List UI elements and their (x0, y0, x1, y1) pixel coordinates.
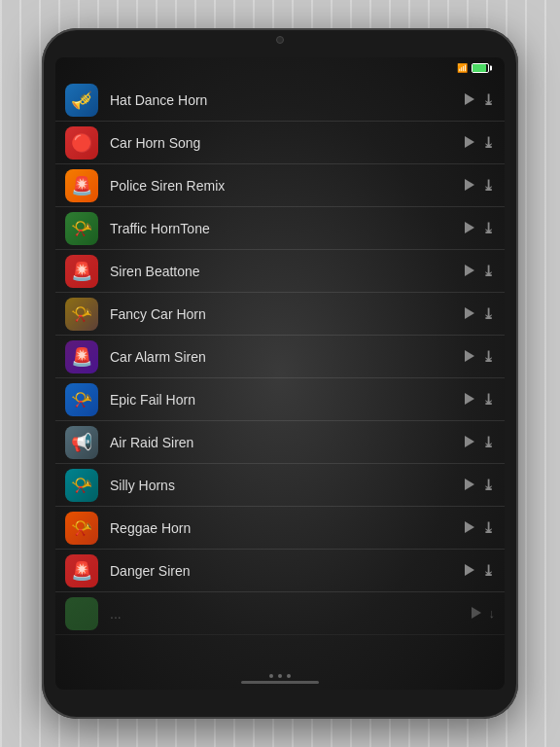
list-item[interactable]: 🚨 Police Siren Remix ⤓ (55, 164, 505, 207)
list-item[interactable]: 🚨 Siren Beattone ⤓ (55, 250, 505, 293)
item-actions: ⤓ (465, 305, 495, 323)
play-button[interactable] (465, 264, 474, 279)
play-button[interactable] (465, 478, 474, 493)
item-icon (65, 597, 98, 630)
play-button[interactable] (472, 606, 481, 622)
list-item[interactable]: 🚨 Danger Siren ⤓ (55, 550, 505, 592)
item-actions: ⤓ (465, 477, 495, 494)
sound-list: 🎺 Hat Dance Horn ⤓ 🔴 Car Horn Song ⤓ 🚨 P… (55, 79, 505, 662)
item-icon: 🔴 (65, 126, 98, 160)
download-button[interactable]: ⤓ (482, 91, 495, 109)
list-item[interactable]: 🎺 Hat Dance Horn ⤓ (55, 79, 505, 122)
battery-fill (472, 64, 486, 72)
item-title: Air Raid Siren (110, 435, 465, 450)
item-icon: 🚨 (65, 255, 98, 288)
item-title: Traffic HornTone (110, 221, 465, 236)
play-button[interactable] (465, 520, 474, 536)
item-actions: ⤓ (465, 177, 495, 195)
battery-icon (472, 63, 489, 73)
bottom-bar (55, 662, 505, 690)
list-item[interactable]: 🚨 Car Alarm Siren ⤓ (55, 336, 505, 378)
download-button[interactable]: ⤓ (482, 177, 495, 195)
dot-2 (278, 674, 282, 678)
item-icon: 🚨 (65, 554, 98, 587)
camera (276, 36, 284, 44)
dot-3 (287, 674, 291, 678)
download-button[interactable]: ⤓ (482, 220, 495, 237)
download-button[interactable]: ⤓ (482, 477, 495, 494)
item-icon: 📯 (65, 212, 98, 245)
item-icon: 📢 (65, 426, 98, 459)
download-button[interactable]: ⤓ (482, 134, 495, 152)
tablet-screen: 📶 🎺 Hat Dance Horn ⤓ 🔴 Car Horn Song ⤓ 🚨… (55, 57, 505, 690)
item-title: Siren Beattone (110, 264, 465, 279)
play-button[interactable] (465, 563, 474, 579)
item-icon: 📯 (65, 469, 98, 502)
item-title: Car Alarm Siren (110, 349, 465, 365)
item-icon: 🚨 (65, 169, 98, 202)
download-button[interactable]: ⤓ (482, 562, 495, 580)
list-item[interactable]: 📯 Epic Fail Horn ⤓ (55, 378, 505, 421)
item-icon: 🚨 (65, 340, 98, 374)
list-item[interactable]: ... ↓ (55, 592, 505, 635)
item-actions: ↓ (472, 606, 496, 622)
item-title: Danger Siren (110, 563, 465, 579)
item-icon: 🎺 (65, 84, 98, 117)
item-title: Epic Fail Horn (110, 392, 465, 408)
list-item[interactable]: 📢 Air Raid Siren ⤓ (55, 421, 505, 464)
status-bar: 📶 (55, 57, 505, 79)
play-button[interactable] (465, 306, 474, 322)
play-button[interactable] (465, 349, 474, 365)
item-actions: ⤓ (465, 263, 495, 280)
list-item[interactable]: 📯 Fancy Car Horn ⤓ (55, 293, 505, 336)
download-button[interactable]: ⤓ (482, 434, 495, 451)
status-time (67, 63, 70, 74)
wifi-icon: 📶 (457, 63, 468, 73)
item-title: Car Horn Song (110, 135, 465, 151)
item-title: Reggae Horn (110, 520, 465, 536)
item-icon: 📯 (65, 383, 98, 416)
play-button[interactable] (465, 392, 474, 408)
item-actions: ⤓ (465, 91, 495, 109)
item-icon: 📯 (65, 298, 98, 331)
item-actions: ⤓ (465, 562, 495, 580)
item-title: Hat Dance Horn (110, 92, 465, 108)
home-indicator (241, 681, 319, 684)
item-title: Silly Horns (110, 478, 465, 493)
list-item[interactable]: 🔴 Car Horn Song ⤓ (55, 122, 505, 164)
list-item[interactable]: 📯 Traffic HornTone ⤓ (55, 207, 505, 250)
status-right: 📶 (457, 63, 493, 73)
item-actions: ⤓ (465, 434, 495, 451)
download-button[interactable]: ⤓ (482, 348, 495, 366)
play-button[interactable] (465, 435, 474, 450)
play-button[interactable] (465, 221, 474, 236)
download-button[interactable]: ⤓ (482, 263, 495, 280)
download-button[interactable]: ⤓ (482, 391, 495, 409)
list-item[interactable]: 📯 Reggae Horn ⤓ (55, 507, 505, 550)
item-actions: ⤓ (465, 519, 495, 537)
play-button[interactable] (465, 135, 474, 151)
dot-1 (269, 674, 273, 678)
item-actions: ⤓ (465, 134, 495, 152)
pagination-dots (269, 674, 291, 678)
play-button[interactable] (465, 178, 474, 194)
item-title: ... (110, 606, 472, 622)
list-item[interactable]: 📯 Silly Horns ⤓ (55, 464, 505, 507)
item-title: Fancy Car Horn (110, 306, 465, 322)
item-actions: ⤓ (465, 220, 495, 237)
item-actions: ⤓ (465, 391, 495, 409)
item-icon: 📯 (65, 512, 98, 545)
download-button[interactable]: ⤓ (482, 305, 495, 323)
download-button[interactable]: ⤓ (482, 519, 495, 537)
download-button[interactable]: ↓ (489, 606, 496, 621)
play-button[interactable] (465, 92, 474, 108)
item-actions: ⤓ (465, 348, 495, 366)
tablet-frame: 📶 🎺 Hat Dance Horn ⤓ 🔴 Car Horn Song ⤓ 🚨… (42, 28, 518, 719)
item-title: Police Siren Remix (110, 178, 465, 194)
